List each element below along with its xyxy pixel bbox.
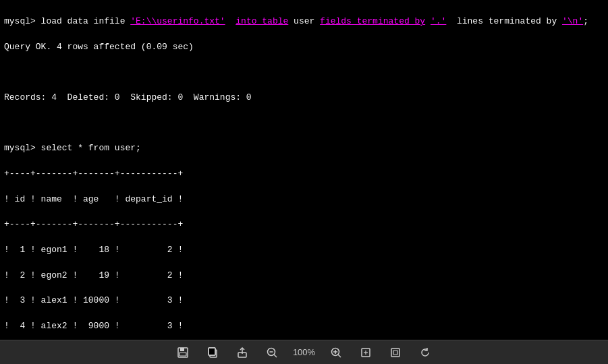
zoom-in-button[interactable] xyxy=(327,345,345,360)
table-row-1-3: ! 3 ! alex1 ! 10000 ! 3 ! xyxy=(4,295,604,307)
blank-2 xyxy=(4,117,604,130)
svg-rect-1 xyxy=(180,348,184,351)
table-row-1-2: ! 2 ! egon2 ! 19 ! 2 ! xyxy=(4,270,604,282)
records-line-1: Records: 4 Deleted: 0 Skipped: 0 Warning… xyxy=(4,92,604,104)
table-row-1-1: ! 1 ! egon1 ! 18 ! 2 ! xyxy=(4,244,604,257)
table-header-1: ! id ! name ! age ! depart_id ! xyxy=(4,193,604,206)
terminal: mysql> load data infile 'E:\\userinfo.tx… xyxy=(0,0,608,340)
ok-line-1: Query OK. 4 rows affected (0.09 sec) xyxy=(4,41,604,54)
svg-rect-4 xyxy=(209,348,215,355)
fit-button[interactable] xyxy=(357,345,375,360)
table-border-1: +----+-------+-------+-----------+ xyxy=(4,168,604,181)
svg-rect-19 xyxy=(393,351,397,355)
toolbar: 100% xyxy=(0,340,608,364)
crop-button[interactable] xyxy=(387,345,404,360)
save-button[interactable] xyxy=(174,345,192,360)
export-button[interactable] xyxy=(233,345,251,360)
svg-line-14 xyxy=(338,355,341,357)
zoom-out-button[interactable] xyxy=(263,345,281,360)
table-row-1-4: ! 4 ! alex2 ! 9000 ! 3 ! xyxy=(4,320,604,333)
cmd-line-2: mysql> select * from user; xyxy=(4,142,604,155)
svg-rect-18 xyxy=(391,348,399,357)
table-border-2: +----+-------+-------+-----------+ xyxy=(4,218,604,231)
blank-1 xyxy=(4,66,604,79)
svg-rect-2 xyxy=(179,353,186,356)
cmd-line-1: mysql> load data infile 'E:\\userinfo.tx… xyxy=(4,16,604,28)
copy-button[interactable] xyxy=(204,345,221,360)
zoom-level: 100% xyxy=(293,347,315,357)
refresh-button[interactable] xyxy=(416,345,434,360)
svg-line-10 xyxy=(274,355,277,357)
